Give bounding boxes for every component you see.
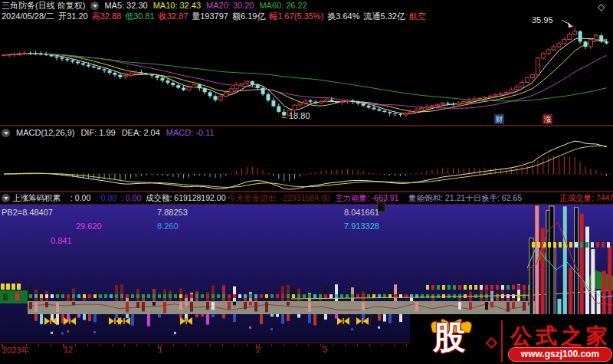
watermark-logo: 股 公式之家 www.gszj100.com	[410, 314, 613, 364]
axis-minor-tick	[369, 344, 370, 346]
watermark-gu-character: 股	[433, 320, 465, 356]
macd-hdr-item: MACD: -0.11	[166, 128, 215, 137]
purple-panel-value: 0.841	[51, 236, 72, 245]
main-chart-header: 三角防务(日线 前复权) MA5: 32.30MA10: 32.43MA20: …	[2, 1, 307, 11]
axis-minor-tick	[51, 344, 51, 346]
hdr1-item: MA20: 30.20	[206, 1, 254, 11]
collapse-chevron-icon[interactable]	[2, 129, 10, 137]
row3-item: 十日换手: 62.65	[465, 193, 522, 204]
axis-minor-tick	[198, 344, 198, 346]
row3-item: 主力能量: -663.91	[335, 193, 398, 204]
hdr1-item: MA60: 26.22	[259, 1, 306, 11]
purple-panel-value: 8.260	[157, 221, 179, 231]
hdr2-item: 收32.87	[159, 11, 188, 21]
macd-header: MACD(12,26,9) DIF: 1.99DEA: 2.04MACD: -0…	[2, 128, 215, 137]
signal-marker: 涨	[543, 114, 552, 124]
row3-item: : 0.00	[97, 193, 116, 202]
hdr2-item: 低30.81	[125, 11, 155, 21]
purple-panel-value: 7.913328	[344, 221, 379, 231]
row3-item: 正成交量: 74473	[559, 193, 613, 204]
axis-major-tick	[64, 344, 64, 349]
hdr2-item: 航空	[409, 11, 426, 21]
axis-major-tick	[256, 344, 257, 349]
hdr2-item: 幅1.67(5.35%)	[269, 11, 323, 21]
axis-minor-tick	[222, 344, 223, 346]
axis-minor-tick	[210, 344, 211, 346]
axis-minor-tick	[284, 344, 284, 346]
indicator-title: 上涨筹码积累	[12, 193, 61, 204]
high-price-annotation: 35.95	[532, 15, 553, 25]
collapse-chevron-icon[interactable]	[2, 194, 10, 202]
axis-label: 12	[64, 345, 73, 354]
panel-divider	[0, 125, 613, 126]
axis-minor-tick	[173, 344, 174, 346]
stock-title: 三角防务(日线 前复权)	[2, 1, 85, 11]
axis-minor-tick	[247, 344, 247, 346]
axis-minor-tick	[271, 344, 272, 346]
quote-info-bar: 2024/05/28/二开31.20高32.88低30.81收32.87量193…	[2, 11, 426, 21]
low-price-annotation: ←18.80	[280, 111, 310, 120]
axis-minor-tick	[345, 344, 346, 346]
axis-minor-tick	[234, 344, 235, 346]
purple-panel-value: PB2=8.48407	[2, 208, 53, 217]
axis-minor-tick	[124, 344, 125, 346]
watermark-url: www.gszj100.com	[508, 347, 612, 362]
axis-minor-tick	[87, 344, 88, 346]
collapse-chevron-icon[interactable]	[90, 2, 99, 10]
watermark-diamond-icon	[486, 337, 498, 349]
axis-minor-tick	[406, 344, 407, 346]
indicator-header-bar: 上涨筹码积累 : 0.00: 0.00: 0.00成交额: 619128192.…	[0, 192, 613, 204]
axis-minor-tick	[296, 344, 297, 346]
hdr2-item: 开31.20	[58, 11, 88, 21]
hdr1-item: MA10: 32.43	[153, 1, 201, 11]
axis-minor-tick	[100, 344, 100, 346]
axis-minor-tick	[357, 344, 358, 346]
hdr2-item: 额6.19亿	[232, 11, 265, 21]
hdr2-item: 流通5.32亿	[364, 11, 405, 21]
axis-minor-tick	[14, 344, 15, 346]
purple-panel-value: 29.620	[76, 221, 102, 231]
axis-minor-tick	[320, 344, 321, 346]
diamond-icon: ◇	[598, 2, 605, 12]
hdr1-item: MA5: 32.30	[104, 1, 147, 11]
panel-divider	[0, 204, 613, 205]
axis-minor-tick	[75, 344, 76, 346]
axis-minor-tick	[136, 344, 137, 346]
purple-panel-value: 7.88253	[157, 208, 188, 217]
row3-item: : 0.00	[121, 193, 141, 202]
axis-minor-tick	[394, 344, 395, 346]
axis-minor-tick	[26, 344, 27, 346]
axis-minor-tick	[185, 344, 186, 346]
axis-minor-tick	[382, 344, 382, 346]
axis-minor-tick	[149, 344, 149, 346]
trading-app-window: 三角防务(日线 前复权) MA5: 32.30MA10: 32.43MA20: …	[0, 0, 613, 364]
axis-major-tick	[2, 344, 3, 349]
row3-item: 今天资金进出: -22931584.00	[228, 193, 330, 204]
axis-minor-tick	[112, 344, 113, 346]
axis-minor-tick	[333, 344, 333, 346]
hdr2-item: 量193797	[192, 11, 228, 21]
row3-item: : 0.00	[70, 193, 90, 202]
row3-item: 量能饱和: 21.21	[408, 193, 465, 204]
hdr2-item: 换3.64%	[327, 11, 359, 21]
watermark-separator	[501, 320, 503, 362]
macd-title: MACD(12,26,9)	[16, 128, 74, 137]
macd-hdr-item: DIF: 1.99	[80, 128, 115, 137]
axis-major-tick	[158, 344, 159, 349]
axis-minor-tick	[38, 344, 39, 346]
macd-hdr-item: DEA: 2.04	[122, 128, 160, 137]
axis-label: 2023年	[2, 345, 29, 356]
axis-major-tick	[323, 344, 323, 349]
purple-panel-value: 8.041661	[344, 208, 379, 217]
signal-marker: 财	[494, 114, 504, 124]
row3-item: 成交额: 619128192.00	[146, 193, 226, 204]
axis-minor-tick	[308, 344, 309, 346]
hdr2-item: 2024/05/28/二	[2, 11, 54, 21]
hdr2-item: 高32.88	[92, 11, 122, 21]
axis-minor-tick	[259, 344, 260, 346]
axis-minor-tick	[161, 344, 162, 346]
